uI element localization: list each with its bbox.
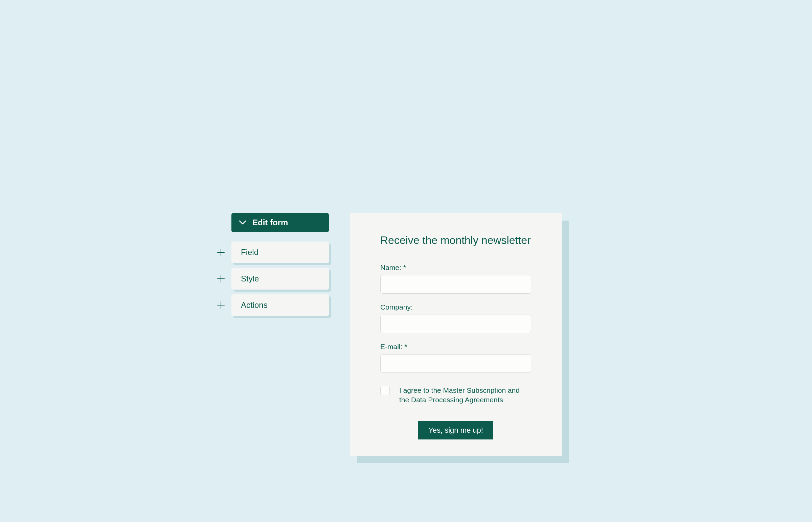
form-preview-panel: Receive the monthly newsletter Name: * C…: [350, 213, 562, 456]
plus-icon: [217, 301, 225, 309]
menu-row-field: Field: [217, 242, 329, 263]
email-input[interactable]: [380, 354, 531, 373]
form-editor-sidebar: Edit form Field Style: [217, 213, 329, 321]
form-group-company: Company:: [380, 303, 531, 333]
agreement-checkbox-row: I agree to the Master Subscription and t…: [380, 386, 531, 405]
edit-form-header[interactable]: Edit form: [231, 213, 329, 232]
plus-icon: [217, 275, 225, 282]
agreement-checkbox[interactable]: [380, 386, 390, 395]
menu-item-label: Actions: [241, 300, 268, 309]
add-style-button[interactable]: [217, 275, 231, 282]
form-title: Receive the monthly newsletter: [380, 234, 531, 247]
agreement-checkbox-label: I agree to the Master Subscription and t…: [399, 386, 531, 405]
add-actions-button[interactable]: [217, 301, 231, 309]
menu-item-field[interactable]: Field: [231, 242, 329, 263]
menu-item-style[interactable]: Style: [231, 268, 329, 289]
menu-item-label: Field: [241, 248, 259, 257]
edit-form-header-label: Edit form: [252, 218, 288, 227]
add-field-button[interactable]: [217, 249, 231, 256]
form-group-name: Name: *: [380, 263, 531, 294]
submit-button[interactable]: Yes, sign me up!: [418, 421, 493, 439]
name-label: Name: *: [380, 263, 531, 272]
form-builder-container: Edit form Field Style: [217, 213, 562, 456]
company-input[interactable]: [380, 315, 531, 333]
plus-icon: [217, 249, 225, 256]
menu-item-label: Style: [241, 274, 259, 283]
name-input[interactable]: [380, 275, 531, 294]
chevron-down-icon: [239, 220, 246, 225]
menu-row-style: Style: [217, 268, 329, 289]
email-label: E-mail: *: [380, 343, 531, 351]
menu-item-actions[interactable]: Actions: [231, 294, 329, 316]
company-label: Company:: [380, 303, 531, 311]
menu-row-actions: Actions: [217, 294, 329, 316]
form-group-email: E-mail: *: [380, 343, 531, 373]
